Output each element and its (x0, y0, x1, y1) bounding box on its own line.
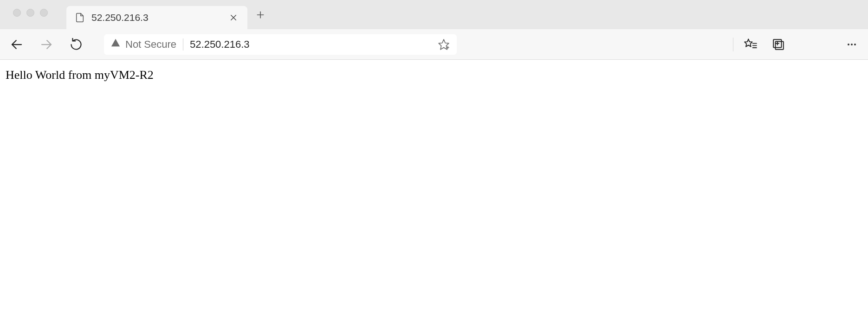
toolbar-actions (744, 38, 785, 51)
address-bar[interactable]: Not Secure 52.250.216.3 (104, 34, 457, 55)
settings-button[interactable] (845, 38, 859, 51)
browser-tab[interactable]: 52.250.216.3 (66, 6, 247, 29)
close-tab-button[interactable] (227, 11, 240, 24)
warning-icon (110, 38, 121, 51)
window-close-button[interactable] (13, 9, 21, 17)
tab-title: 52.250.216.3 (91, 12, 220, 23)
tab-strip: 52.250.216.3 (66, 0, 270, 29)
new-tab-button[interactable] (251, 6, 270, 24)
titlebar: 52.250.216.3 (0, 0, 868, 29)
svg-marker-9 (745, 39, 752, 46)
page-content: Hello World from myVM2-R2 (0, 60, 868, 90)
svg-point-18 (851, 44, 853, 45)
svg-point-17 (848, 44, 849, 45)
refresh-button[interactable] (69, 37, 84, 52)
favorite-button[interactable] (437, 38, 450, 51)
divider (183, 38, 183, 51)
svg-rect-13 (776, 41, 784, 49)
collections-button[interactable] (771, 38, 785, 51)
page-icon (75, 13, 85, 23)
security-label: Not Secure (125, 38, 176, 51)
window-maximize-button[interactable] (40, 9, 48, 17)
security-badge[interactable]: Not Secure (110, 38, 176, 51)
window-minimize-button[interactable] (26, 9, 34, 17)
nav-buttons (9, 37, 84, 52)
toolbar: Not Secure 52.250.216.3 (0, 29, 868, 60)
window-controls (13, 9, 48, 17)
page-body-text: Hello World from myVM2-R2 (6, 68, 154, 82)
back-button[interactable] (9, 37, 24, 52)
url-text[interactable]: 52.250.216.3 (190, 38, 431, 51)
svg-point-19 (854, 44, 856, 45)
svg-marker-6 (439, 39, 449, 50)
forward-button[interactable] (39, 37, 54, 52)
favorites-list-button[interactable] (744, 38, 758, 51)
divider (733, 38, 733, 51)
